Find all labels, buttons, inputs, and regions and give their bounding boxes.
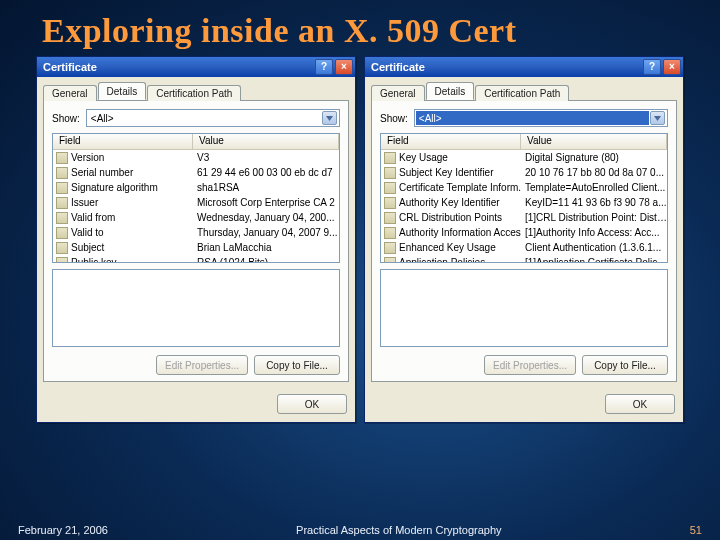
ok-button[interactable]: OK (277, 394, 347, 414)
field-value: sha1RSA (193, 182, 339, 193)
tab-details[interactable]: Details (426, 82, 475, 100)
list-item[interactable]: SubjectBrian LaMacchia (53, 240, 339, 255)
certificate-field-icon (56, 257, 68, 264)
copy-to-file-button[interactable]: Copy to File... (254, 355, 340, 375)
list-item[interactable]: Valid toThursday, January 04, 2007 9... (53, 225, 339, 240)
certificate-dialog-left: Certificate ? × General Details Certific… (36, 56, 356, 423)
field-value: Digital Signature (80) (521, 152, 667, 163)
show-combo[interactable]: <All> (86, 109, 340, 127)
list-item[interactable]: VersionV3 (53, 150, 339, 165)
close-button[interactable]: × (663, 59, 681, 75)
window-title: Certificate (371, 61, 425, 73)
list-item[interactable]: Enhanced Key UsageClient Authentication … (381, 240, 667, 255)
certificate-field-icon (384, 182, 396, 194)
certificate-field-icon (384, 242, 396, 254)
field-value: Client Authentication (1.3.6.1... (521, 242, 667, 253)
field-value: [1]Application Certificate Polic... (521, 257, 667, 263)
field-value: [1]CRL Distribution Point: Distr... (521, 212, 667, 223)
field-name: Authority Key Identifier (398, 197, 521, 208)
certificate-field-icon (384, 152, 396, 164)
edit-properties-button: Edit Properties... (484, 355, 576, 375)
field-name: Subject (70, 242, 193, 253)
field-value: 61 29 44 e6 00 03 00 eb dc d7 (193, 167, 339, 178)
show-combo-value: <All> (419, 113, 442, 124)
list-item[interactable]: Certificate Template Inform...Template=A… (381, 180, 667, 195)
field-name: Authority Information Access (398, 227, 521, 238)
list-item[interactable]: Public keyRSA (1024 Bits) (53, 255, 339, 263)
page-number: 51 (690, 524, 702, 536)
certificate-field-icon (56, 182, 68, 194)
tabstrip: General Details Certification Path (371, 81, 677, 101)
tab-general[interactable]: General (371, 85, 425, 101)
titlebar: Certificate ? × (365, 57, 683, 77)
help-button[interactable]: ? (315, 59, 333, 75)
copy-to-file-button[interactable]: Copy to File... (582, 355, 668, 375)
column-value[interactable]: Value (193, 134, 339, 149)
list-item[interactable]: IssuerMicrosoft Corp Enterprise CA 2 (53, 195, 339, 210)
detail-textarea[interactable] (380, 269, 668, 347)
details-panel: Show: <All> Field Value Key UsageDigital… (371, 101, 677, 382)
list-item[interactable]: Authority Information Access[1]Authority… (381, 225, 667, 240)
certificate-field-icon (384, 257, 396, 264)
field-listview[interactable]: Field Value Key UsageDigital Signature (… (380, 133, 668, 263)
certificate-field-icon (384, 227, 396, 239)
field-name: Valid to (70, 227, 193, 238)
details-panel: Show: <All> Field Value VersionV3Serial … (43, 101, 349, 382)
certificate-dialog-right: Certificate ? × General Details Certific… (364, 56, 684, 423)
detail-textarea[interactable] (52, 269, 340, 347)
field-name: Issuer (70, 197, 193, 208)
column-value[interactable]: Value (521, 134, 667, 149)
certificate-field-icon (56, 152, 68, 164)
show-label: Show: (52, 113, 80, 124)
titlebar: Certificate ? × (37, 57, 355, 77)
list-item[interactable]: Signature algorithmsha1RSA (53, 180, 339, 195)
list-item[interactable]: Valid fromWednesday, January 04, 200... (53, 210, 339, 225)
show-combo[interactable]: <All> (414, 109, 668, 127)
footer-date: February 21, 2006 (18, 524, 108, 536)
help-button[interactable]: ? (643, 59, 661, 75)
field-value: Wednesday, January 04, 200... (193, 212, 339, 223)
column-field[interactable]: Field (53, 134, 193, 149)
chevron-down-icon (322, 111, 337, 125)
field-name: Certificate Template Inform... (398, 182, 521, 193)
field-name: CRL Distribution Points (398, 212, 521, 223)
certificate-field-icon (56, 227, 68, 239)
field-name: Subject Key Identifier (398, 167, 521, 178)
certificate-field-icon (56, 167, 68, 179)
window-title: Certificate (43, 61, 97, 73)
tab-certpath[interactable]: Certification Path (475, 85, 569, 101)
field-name: Key Usage (398, 152, 521, 163)
field-listview[interactable]: Field Value VersionV3Serial number61 29 … (52, 133, 340, 263)
list-item[interactable]: CRL Distribution Points[1]CRL Distributi… (381, 210, 667, 225)
list-item[interactable]: Subject Key Identifier20 10 76 17 bb 80 … (381, 165, 667, 180)
list-item[interactable]: Serial number61 29 44 e6 00 03 00 eb dc … (53, 165, 339, 180)
chevron-down-icon (650, 111, 665, 125)
field-value: Template=AutoEnrolled Client... (521, 182, 667, 193)
field-name: Enhanced Key Usage (398, 242, 521, 253)
slide-footer: February 21, 2006 Practical Aspects of M… (0, 524, 720, 536)
field-name: Serial number (70, 167, 193, 178)
field-value: Microsoft Corp Enterprise CA 2 (193, 197, 339, 208)
certificate-field-icon (384, 167, 396, 179)
tabstrip: General Details Certification Path (43, 81, 349, 101)
field-value: Brian LaMacchia (193, 242, 339, 253)
field-name: Signature algorithm (70, 182, 193, 193)
ok-button[interactable]: OK (605, 394, 675, 414)
edit-properties-button: Edit Properties... (156, 355, 248, 375)
tab-details[interactable]: Details (98, 82, 147, 100)
field-name: Application Policies (398, 257, 521, 263)
certificate-field-icon (384, 212, 396, 224)
list-item[interactable]: Key UsageDigital Signature (80) (381, 150, 667, 165)
field-name: Valid from (70, 212, 193, 223)
list-item[interactable]: Authority Key IdentifierKeyID=11 41 93 6… (381, 195, 667, 210)
footer-center: Practical Aspects of Modern Cryptography (108, 524, 690, 536)
tab-certpath[interactable]: Certification Path (147, 85, 241, 101)
list-item[interactable]: Application Policies[1]Application Certi… (381, 255, 667, 263)
field-name: Public key (70, 257, 193, 263)
dialogs-container: Certificate ? × General Details Certific… (0, 54, 720, 423)
close-button[interactable]: × (335, 59, 353, 75)
column-field[interactable]: Field (381, 134, 521, 149)
field-value: KeyID=11 41 93 6b f3 90 78 a... (521, 197, 667, 208)
field-name: Version (70, 152, 193, 163)
tab-general[interactable]: General (43, 85, 97, 101)
